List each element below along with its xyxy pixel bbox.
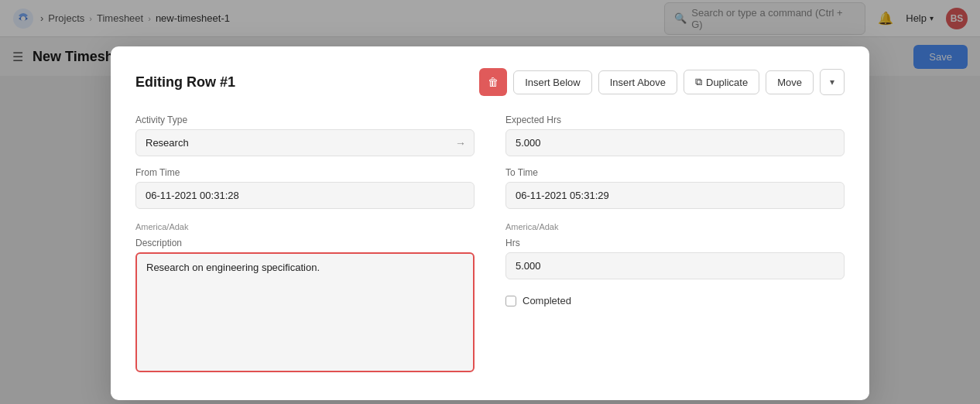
insert-below-button[interactable]: Insert Below <box>513 70 592 94</box>
expected-hrs-label: Expected Hrs <box>505 115 845 125</box>
expected-hrs-input[interactable] <box>505 129 845 156</box>
to-timezone-label: America/Adak <box>505 222 845 231</box>
to-time-input[interactable] <box>505 182 845 209</box>
hrs-label: Hrs <box>505 238 845 248</box>
description-textarea[interactable]: Research on engineering specification. <box>135 252 475 372</box>
completed-checkbox-group: Completed <box>505 295 845 306</box>
form-right: Expected Hrs To Time America/Adak Hrs <box>505 115 845 375</box>
completed-label: Completed <box>523 295 571 306</box>
form-left: Activity Type → From Time America/Adak D… <box>135 115 475 375</box>
modal-actions: 🗑 Insert Below Insert Above ⧉ Duplicate … <box>479 68 845 96</box>
modal-title: Editing Row #1 <box>135 74 235 91</box>
edit-row-modal: Editing Row #1 🗑 Insert Below Insert Abo… <box>111 46 869 400</box>
expected-hrs-field: Expected Hrs <box>505 115 845 156</box>
activity-type-label: Activity Type <box>135 115 475 125</box>
duplicate-button[interactable]: ⧉ Duplicate <box>684 70 759 94</box>
from-time-label: From Time <box>135 167 475 178</box>
completed-checkbox[interactable] <box>505 296 516 306</box>
description-label: Description <box>135 238 475 248</box>
from-timezone-label: America/Adak <box>135 222 475 231</box>
activity-type-input-wrapper: → <box>135 129 475 156</box>
move-button[interactable]: Move <box>766 70 814 94</box>
trash-icon: 🗑 <box>488 76 499 88</box>
expand-button[interactable]: ▾ <box>820 69 845 95</box>
chevron-down-icon: ▾ <box>830 77 834 87</box>
duplicate-icon: ⧉ <box>695 76 702 88</box>
activity-type-field: Activity Type → <box>135 115 475 156</box>
activity-type-arrow-icon[interactable]: → <box>447 137 474 149</box>
hrs-field: Hrs <box>505 238 845 279</box>
modal-overlay: Editing Row #1 🗑 Insert Below Insert Abo… <box>0 0 980 404</box>
to-time-label: To Time <box>505 167 845 178</box>
insert-above-button[interactable]: Insert Above <box>598 70 677 94</box>
hrs-input[interactable] <box>505 252 845 279</box>
description-field: Description Research on engineering spec… <box>135 238 475 375</box>
activity-type-input[interactable] <box>136 130 447 156</box>
to-time-field: To Time <box>505 167 845 209</box>
from-time-field: From Time <box>135 167 475 209</box>
duplicate-label: Duplicate <box>706 77 748 88</box>
from-time-input[interactable] <box>135 182 475 209</box>
delete-button[interactable]: 🗑 <box>479 68 507 96</box>
form-grid: Activity Type → From Time America/Adak D… <box>135 115 845 375</box>
modal-header: Editing Row #1 🗑 Insert Below Insert Abo… <box>135 68 845 96</box>
